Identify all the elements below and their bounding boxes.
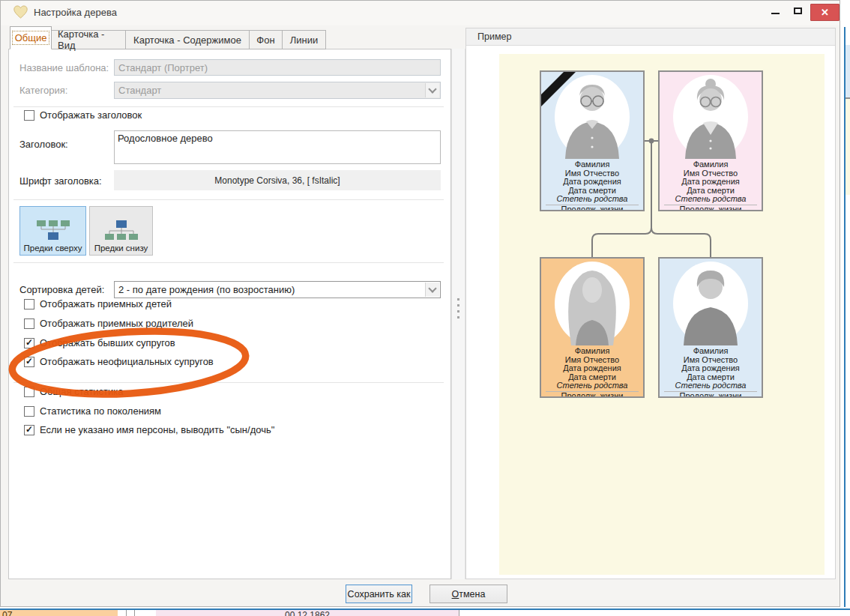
checkbox-son-daughter[interactable]: ✓ Если не указано имя персоны, выводить … <box>24 424 274 435</box>
checkbox-label: Статистика по поколениям <box>40 405 161 417</box>
card-line: Степень родства <box>660 381 762 390</box>
card-father: Фамилия Имя Отчество Дата рождения Дата … <box>658 257 763 398</box>
card-line: Дата рождения <box>660 364 762 373</box>
checkbox-generation-stats[interactable]: Статистика по поколениям <box>24 405 161 417</box>
tab-label: Линии <box>290 34 319 46</box>
save-as-button[interactable]: Сохранить как <box>346 585 412 603</box>
checkbox-box: ✓ <box>24 425 34 435</box>
desktop-behind-bottom: 07 00.12.1862 <box>0 607 850 616</box>
family-connector <box>466 46 837 580</box>
close-button[interactable]: ✕ <box>810 4 840 21</box>
header-textarea[interactable]: Родословное дерево <box>114 130 441 164</box>
tab-label: Карточка - Вид <box>58 28 119 51</box>
cancel-label: тмена <box>459 589 485 600</box>
card-grandfather: Фамилия Имя Отчество Дата рождения Дата … <box>540 70 645 211</box>
tab-background[interactable]: Фон <box>250 30 283 49</box>
checkbox-label: Отображать бывших супругов <box>40 337 175 348</box>
checkbox-label: Отображать заголовок <box>40 109 142 121</box>
category-value: Стандарт <box>118 85 161 96</box>
underlying-left-cell: 07 <box>0 610 118 616</box>
card-line: Степень родства <box>541 381 643 390</box>
tab-lines[interactable]: Линии <box>283 30 326 49</box>
header-font-value: Monotype Corsiva, 36, [ fsItalic] <box>214 175 340 186</box>
card-line: Степень родства <box>660 195 762 204</box>
settings-dialog: Настройка дерева ✕ Общие Карточка - Вид … <box>0 0 840 607</box>
cancel-button[interactable]: Отмена <box>429 585 507 603</box>
card-line: Продолж. жизни <box>546 205 639 212</box>
checkbox-adopted-children[interactable]: Отображать приемных детей <box>24 298 172 309</box>
template-name-input <box>114 59 441 76</box>
card-mother: Фамилия Имя Отчество Дата рождения Дата … <box>540 257 645 398</box>
checkbox-box <box>24 406 34 417</box>
checkbox-label: Если не указано имя персоны, выводить "с… <box>40 424 274 435</box>
underlying-gridline <box>459 610 459 616</box>
checkbox-label: Отображать приемных детей <box>40 298 172 309</box>
divider <box>13 262 444 263</box>
divider <box>13 106 444 107</box>
tab-page-general: Название шаблона: Категория: Стандарт От… <box>8 49 451 579</box>
cancel-label-prefix: О <box>452 589 459 600</box>
tab-label: Карточка - Содержимое <box>133 34 241 46</box>
minimize-button[interactable] <box>764 1 786 20</box>
header-label: Заголовок: <box>19 139 68 150</box>
ancestors-bottom-button[interactable]: Предки снизу <box>89 206 153 256</box>
divider <box>13 199 444 200</box>
checkbox-label: Отображать неофициальных супругов <box>40 356 214 367</box>
checkbox-unofficial-spouses[interactable]: ✓ Отображать неофициальных супругов <box>24 356 214 367</box>
checkbox-box <box>24 299 34 309</box>
checkbox-general-stats[interactable]: Общая статистика <box>24 386 124 397</box>
preview-header: Пример <box>466 28 835 46</box>
card-line: Продолж. жизни <box>664 205 757 212</box>
card-line: Дата рождения <box>541 178 643 187</box>
maximize-icon <box>794 7 802 14</box>
ancestors-top-icon <box>36 220 70 241</box>
checkbox-box <box>24 387 34 397</box>
save-as-label: Сохранить как <box>348 589 411 600</box>
preview-panel: Пример <box>465 28 836 579</box>
close-icon: ✕ <box>821 7 829 17</box>
checkbox-adopted-parents[interactable]: Отображать приемных родителей <box>24 318 193 329</box>
check-icon: ✓ <box>25 425 33 434</box>
grandmother-portrait-icon <box>673 75 748 159</box>
father-portrait-icon <box>673 262 748 345</box>
maximize-button[interactable] <box>786 1 809 20</box>
mother-portrait-icon <box>555 262 630 345</box>
tab-general[interactable]: Общие <box>10 26 52 49</box>
chevron-down-icon <box>425 83 439 97</box>
underlying-date-cell: 00.12.1862 <box>156 610 459 616</box>
ancestors-top-button[interactable]: Предки сверху <box>19 206 86 256</box>
checkbox-former-spouses[interactable]: ✓ Отображать бывших супругов <box>24 337 175 348</box>
tab-bar: Общие Карточка - Вид Карточка - Содержим… <box>10 26 326 49</box>
tab-card-view[interactable]: Карточка - Вид <box>52 30 126 49</box>
splitter-grip <box>457 298 459 318</box>
grandfather-portrait-icon <box>555 75 630 159</box>
panel-splitter[interactable] <box>451 49 465 579</box>
underlying-canvas-sliver <box>846 99 850 195</box>
tab-card-content[interactable]: Карточка - Содержимое <box>126 30 250 49</box>
underlying-gridline <box>126 610 127 616</box>
category-label: Категория: <box>19 85 67 96</box>
desktop-behind-right <box>841 0 850 616</box>
minimize-icon <box>771 13 780 14</box>
sort-children-value: 2 - по дате рождения (по возростанию) <box>118 284 295 295</box>
card-line: Фамилия <box>660 347 762 356</box>
tab-label: Фон <box>256 34 274 46</box>
preview-canvas: Фамилия Имя Отчество Дата рождения Дата … <box>466 46 835 579</box>
show-header-checkbox[interactable]: Отображать заголовок <box>24 109 142 121</box>
title-bar[interactable]: Настройка дерева ✕ <box>1 1 840 25</box>
header-font-field[interactable]: Monotype Corsiva, 36, [ fsItalic] <box>114 170 441 190</box>
template-name-label: Название шаблона: <box>19 62 109 73</box>
tab-label: Общие <box>12 31 50 45</box>
app-heart-icon <box>13 5 28 21</box>
sort-children-select[interactable]: 2 - по дате рождения (по возростанию) <box>114 281 441 298</box>
checkbox-box <box>24 318 34 329</box>
sort-children-label: Сортировка детей: <box>19 284 104 295</box>
card-line: Фамилия <box>660 160 762 169</box>
card-line: Продолж. жизни <box>546 391 639 399</box>
checkbox-box: ✓ <box>24 338 34 348</box>
card-grandmother: Фамилия Имя Отчество Дата рождения Дата … <box>658 70 763 211</box>
checkbox-box: ✓ <box>24 357 34 367</box>
card-line: Фамилия <box>541 160 643 169</box>
window-title: Настройка дерева <box>34 7 117 18</box>
header-font-label: Шрифт заголовка: <box>19 175 102 187</box>
